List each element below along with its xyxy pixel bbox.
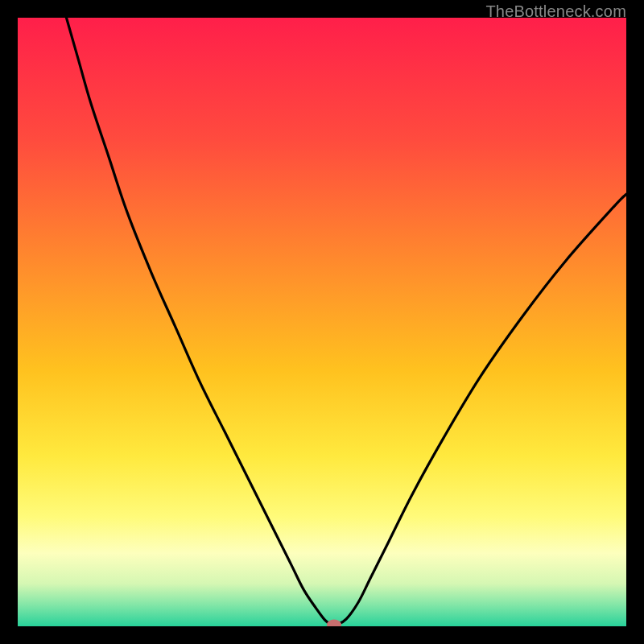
bottleneck-curve	[66, 18, 626, 625]
optimal-marker	[327, 619, 341, 626]
plot-area	[18, 18, 626, 626]
outer-frame: TheBottleneck.com	[0, 0, 644, 644]
curve-layer	[18, 18, 626, 626]
